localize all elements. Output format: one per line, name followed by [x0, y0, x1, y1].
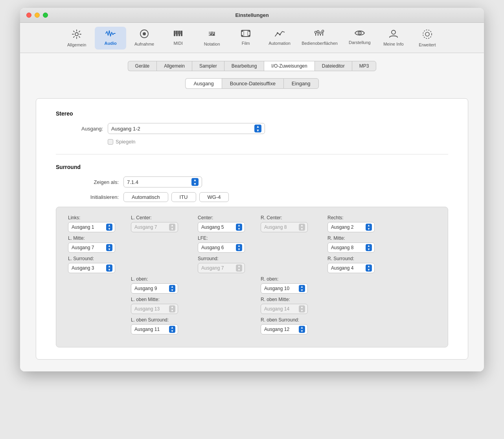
rmitte-arrows: ▲▼: [366, 244, 372, 251]
tab-allgemein[interactable]: Allgemein: [156, 61, 192, 71]
center-select[interactable]: Ausgang 5 ▲▼: [198, 222, 245, 232]
grid-row-6: L. oben Surround: Ausgang 11 ▲▼ R. oben …: [68, 317, 436, 334]
toolbar-item-notation[interactable]: Notation: [196, 27, 228, 50]
surround-select[interactable]: Ausgang 7 ▲▼: [198, 263, 245, 273]
gear-icon: [72, 29, 82, 41]
cell-rsurround: R. Surround: Ausgang 4 ▲▼: [327, 256, 386, 273]
lfe-select[interactable]: Ausgang 6 ▲▼: [198, 242, 245, 253]
roben-select[interactable]: Ausgang 10 ▲▼: [261, 283, 308, 294]
toolbar-item-allgemein[interactable]: Allgemein: [61, 27, 92, 50]
robenmitte-select[interactable]: Ausgang 14 ▲▼: [261, 304, 308, 314]
loben-select[interactable]: Ausgang 9 ▲▼: [131, 283, 178, 294]
eye-icon: [355, 29, 365, 39]
lobensurround-value: Ausgang 11: [134, 327, 169, 332]
svg-rect-6: [181, 31, 182, 36]
rcenter-value: Ausgang 8: [264, 224, 299, 230]
lsurround-select[interactable]: Ausgang 3 ▲▼: [68, 263, 115, 273]
svg-point-36: [392, 30, 395, 34]
center-label: Center:: [198, 215, 257, 220]
toolbar-item-meineinfo[interactable]: Meine Info: [378, 27, 409, 50]
subtab-bounce[interactable]: Bounce-Dateisuffixe: [222, 78, 283, 89]
toolbar-label-midi: MIDI: [174, 41, 183, 46]
surround-grid-panel: Links: Ausgang 1 ▲▼ L. Center: Ausgang 7…: [56, 207, 448, 347]
minimize-button[interactable]: [35, 13, 40, 18]
toolbar-item-erweitert[interactable]: Erweitert: [412, 27, 443, 50]
zeigen-als-label: Zeigen als:: [56, 179, 119, 185]
toolbar-item-bedieno[interactable]: Bedienoberflächen: [298, 27, 342, 50]
spiegeln-label: Spiegeln: [116, 139, 136, 145]
cell-loben: L. oben: Ausgang 9 ▲▼: [131, 276, 194, 294]
lcenter-value: Ausgang 7: [134, 224, 169, 230]
rmitte-value: Ausgang 8: [331, 245, 366, 250]
links-select[interactable]: Ausgang 1 ▲▼: [68, 222, 115, 232]
grid-row-1: Links: Ausgang 1 ▲▼ L. Center: Ausgang 7…: [68, 215, 436, 232]
toolbar: Allgemein Audio Aufnahme: [20, 23, 484, 53]
tab-sampler[interactable]: Sampler: [192, 61, 224, 71]
rechts-arrows: ▲▼: [366, 224, 372, 231]
toolbar-label-aufnahme: Aufnahme: [134, 42, 154, 46]
person-icon: [389, 29, 398, 40]
zeigen-als-arrows: ▲▼: [191, 178, 199, 186]
loben-label: L. oben:: [131, 276, 194, 282]
svg-point-32: [320, 32, 322, 34]
toolbar-item-film[interactable]: Film: [230, 27, 261, 50]
lsurround-label: L. Surround:: [68, 256, 127, 261]
stereo-ausgang-arrows: ▲▼: [254, 125, 261, 132]
stereo-ausgang-select[interactable]: Ausgang 1-2 ▲▼: [108, 123, 265, 134]
maximize-button[interactable]: [43, 13, 48, 18]
lobenmitte-label: L. oben Mitte:: [131, 297, 194, 302]
robensurround-select[interactable]: Ausgang 12 ▲▼: [261, 324, 308, 334]
record-icon: [140, 29, 149, 40]
lsurround-arrows: ▲▼: [106, 265, 112, 272]
rcenter-select[interactable]: Ausgang 8 ▲▼: [261, 222, 308, 232]
lmitte-select[interactable]: Ausgang 7 ▲▼: [68, 242, 115, 253]
init-btn-automatisch[interactable]: Automatisch: [123, 192, 168, 202]
close-button[interactable]: [26, 13, 31, 18]
cell-lsurround: L. Surround: Ausgang 3 ▲▼: [68, 256, 127, 273]
ausgang-label: Ausgang:: [56, 126, 103, 132]
rechts-select[interactable]: Ausgang 2 ▲▼: [327, 222, 375, 232]
init-btn-itu[interactable]: ITU: [171, 192, 196, 202]
center-arrows: ▲▼: [236, 224, 242, 231]
lcenter-select[interactable]: Ausgang 7 ▲▼: [131, 222, 178, 232]
roben-label: R. oben:: [261, 276, 324, 282]
robensurround-value: Ausgang 12: [264, 327, 299, 332]
spiegeln-checkbox[interactable]: [108, 139, 113, 145]
rmitte-select[interactable]: Ausgang 8 ▲▼: [327, 242, 375, 253]
rsurround-select[interactable]: Ausgang 4 ▲▼: [327, 263, 375, 273]
tab-bearbeitung[interactable]: Bearbeitung: [224, 61, 264, 71]
sub-tab-bar: Ausgang Bounce-Dateisuffixe Eingang: [36, 78, 468, 89]
tab-gerate[interactable]: Geräte: [128, 61, 157, 71]
center-value: Ausgang 5: [201, 224, 236, 230]
toolbar-item-darstellung[interactable]: Darstellung: [344, 27, 375, 50]
lobensurround-select[interactable]: Ausgang 11 ▲▼: [131, 324, 178, 334]
content-area: Geräte Allgemein Sampler Bearbeitung I/O…: [20, 53, 484, 371]
svg-point-38: [423, 30, 432, 39]
svg-point-25: [277, 32, 278, 34]
rsurround-label: R. Surround:: [327, 256, 386, 261]
main-panel: Stereo Ausgang: Ausgang 1-2 ▲▼ Spiegeln …: [36, 98, 468, 360]
toolbar-item-midi[interactable]: MIDI: [162, 27, 194, 50]
rmitte-label: R. Mitte:: [327, 235, 386, 241]
lobenmitte-arrows: ▲▼: [169, 305, 175, 312]
svg-point-31: [317, 31, 319, 33]
lobenmitte-select[interactable]: Ausgang 13 ▲▼: [131, 304, 178, 314]
midi-icon: [173, 29, 183, 39]
tab-io-zuweisungen[interactable]: I/O-Zuweisungen: [264, 61, 314, 71]
svg-point-2: [143, 32, 146, 35]
audio-icon: [105, 29, 116, 39]
subtab-ausgang[interactable]: Ausgang: [185, 78, 221, 89]
cell-rechts: Rechts: Ausgang 2 ▲▼: [327, 215, 386, 232]
lfe-label: LFE:: [198, 235, 257, 241]
toolbar-item-aufnahme[interactable]: Aufnahme: [129, 27, 160, 50]
tab-dateieditor[interactable]: Dateieditor: [315, 61, 352, 71]
rcenter-arrows: ▲▼: [299, 224, 305, 231]
tab-mp3[interactable]: MP3: [352, 61, 377, 71]
rsurround-arrows: ▲▼: [366, 265, 372, 272]
toolbar-item-audio[interactable]: Audio: [95, 27, 126, 50]
init-btn-wg4[interactable]: WG-4: [199, 192, 229, 202]
cell-lmitte: L. Mitte: Ausgang 7 ▲▼: [68, 235, 127, 253]
zeigen-als-select[interactable]: 7.1.4 ▲▼: [123, 176, 202, 187]
subtab-eingang[interactable]: Eingang: [283, 78, 319, 89]
toolbar-item-automation[interactable]: Automation: [264, 27, 295, 50]
